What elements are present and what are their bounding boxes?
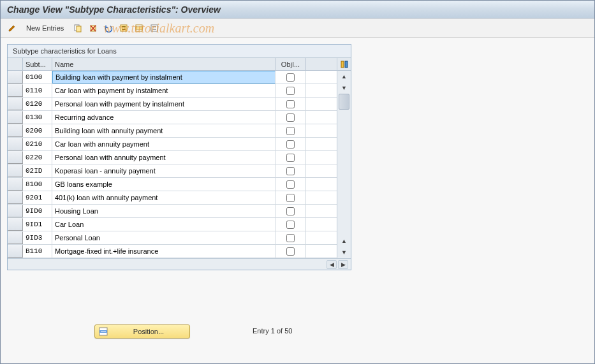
obj-checkbox[interactable] (286, 73, 295, 82)
table-row[interactable]: 8100GB loans example (8, 178, 337, 191)
cell-name[interactable]: Housing Loan (52, 205, 275, 217)
cell-name[interactable]: Personal loan with payment by instalment (52, 98, 275, 110)
cell-name[interactable]: Personal Loan (52, 231, 275, 244)
table-row[interactable]: 9ID3Personal Loan (8, 231, 337, 245)
cell-obj[interactable] (275, 98, 306, 110)
cell-subtype[interactable]: 0130 (23, 111, 52, 124)
delete-icon[interactable] (87, 22, 99, 34)
cell-subtype[interactable]: 0120 (23, 98, 52, 110)
row-handle[interactable] (8, 191, 23, 204)
cell-subtype[interactable]: 0110 (23, 84, 52, 97)
col-name[interactable]: Name (52, 58, 275, 70)
table-row[interactable]: 02IDKoperasi loan - annuity payment (8, 164, 337, 178)
vertical-scrollbar[interactable]: ▲ ▼ ▲ ▼ (337, 58, 351, 258)
row-handle[interactable] (8, 71, 23, 84)
obj-checkbox[interactable] (286, 207, 295, 215)
cell-subtype[interactable]: 02ID (23, 164, 52, 177)
cell-subtype[interactable]: 8100 (23, 178, 52, 191)
obj-checkbox[interactable] (286, 140, 295, 149)
cell-name[interactable]: Car loan with annuity payment (52, 138, 275, 150)
scroll-right-icon[interactable]: ▶ (338, 260, 348, 269)
cell-subtype[interactable]: 9201 (23, 191, 52, 204)
scroll-left-icon[interactable]: ◀ (327, 260, 337, 269)
cell-obj[interactable] (275, 84, 306, 97)
cell-name[interactable]: Personal loan with annuity payment (52, 151, 275, 164)
position-button[interactable]: Position... (94, 324, 190, 339)
obj-checkbox[interactable] (286, 127, 295, 135)
cell-name[interactable]: Car Loan (52, 218, 275, 231)
table-row[interactable]: 9ID0Housing Loan (8, 205, 337, 218)
row-handle[interactable] (8, 84, 23, 97)
cell-name[interactable]: Building loan with annuity payment (52, 124, 275, 137)
table-row[interactable]: 0200Building loan with annuity payment (8, 124, 337, 138)
scroll-up-icon[interactable]: ▲ (337, 71, 351, 82)
cell-name[interactable]: Building loan with payment by instalment (52, 71, 275, 84)
cell-obj[interactable] (275, 71, 306, 84)
table-row[interactable]: 0110Car loan with payment by instalment (8, 84, 337, 98)
row-handle[interactable] (8, 151, 23, 164)
cell-obj[interactable] (275, 124, 306, 137)
scroll-down-step-icon[interactable]: ▼ (337, 82, 351, 94)
scroll-down-icon[interactable]: ▼ (337, 247, 351, 258)
obj-checkbox[interactable] (286, 87, 295, 95)
cell-obj[interactable] (275, 178, 306, 191)
table-row[interactable]: 0120Personal loan with payment by instal… (8, 98, 337, 111)
cell-subtype[interactable]: 9ID0 (23, 205, 52, 217)
table-row[interactable]: 0130Recurring advance (8, 111, 337, 124)
obj-checkbox[interactable] (286, 154, 295, 162)
cell-obj[interactable] (275, 164, 306, 177)
obj-checkbox[interactable] (286, 113, 295, 122)
new-entries-button[interactable]: New Entries (21, 22, 69, 34)
copy-icon[interactable] (71, 22, 84, 34)
select-block-icon[interactable] (133, 22, 145, 34)
row-handle[interactable] (8, 111, 23, 124)
table-row[interactable]: B110Mortgage-fixed int.+life insurance (8, 245, 337, 258)
cell-subtype[interactable]: 0220 (23, 151, 52, 164)
cell-subtype[interactable]: 9ID1 (23, 218, 52, 231)
row-handle[interactable] (8, 218, 23, 231)
table-row[interactable]: 0100Building loan with payment by instal… (8, 71, 337, 84)
cell-name[interactable]: 401(k) loan with annuity payment (52, 191, 275, 204)
cell-obj[interactable] (275, 245, 306, 258)
obj-checkbox[interactable] (286, 167, 295, 175)
row-handle[interactable] (8, 98, 23, 110)
cell-obj[interactable] (275, 151, 306, 164)
cell-obj[interactable] (275, 205, 306, 217)
obj-checkbox[interactable] (286, 100, 295, 108)
obj-checkbox[interactable] (286, 180, 295, 189)
row-handle[interactable] (8, 138, 23, 150)
horizontal-scrollbar[interactable]: ◀ ▶ (8, 258, 351, 270)
row-handle[interactable] (8, 231, 23, 244)
obj-checkbox[interactable] (286, 234, 295, 242)
table-settings-icon[interactable] (337, 58, 351, 71)
scroll-up-step-icon[interactable]: ▲ (337, 235, 351, 247)
col-subtype[interactable]: Subt... (23, 58, 52, 70)
row-handle[interactable] (8, 124, 23, 137)
cell-obj[interactable] (275, 111, 306, 124)
cell-obj[interactable] (275, 231, 306, 244)
table-row[interactable]: 9201401(k) loan with annuity payment (8, 191, 337, 205)
row-handle[interactable] (8, 178, 23, 191)
col-row-handle[interactable] (8, 58, 23, 70)
cell-subtype[interactable]: B110 (23, 245, 52, 258)
cell-name[interactable]: Koperasi loan - annuity payment (52, 164, 275, 177)
cell-subtype[interactable]: 0200 (23, 124, 52, 137)
obj-checkbox[interactable] (286, 247, 295, 256)
row-handle[interactable] (8, 205, 23, 217)
row-handle[interactable] (8, 245, 23, 258)
scroll-thumb[interactable] (339, 94, 349, 110)
obj-checkbox[interactable] (286, 221, 295, 229)
cell-obj[interactable] (275, 191, 306, 204)
cell-name[interactable]: Recurring advance (52, 111, 275, 124)
edit-icon[interactable] (6, 22, 18, 34)
undo-icon[interactable] (102, 22, 115, 34)
table-row[interactable]: 0210Car loan with annuity payment (8, 138, 337, 151)
cell-obj[interactable] (275, 218, 306, 231)
cell-subtype[interactable]: 9ID3 (23, 231, 52, 244)
cell-name[interactable]: GB loans example (52, 178, 275, 191)
cell-subtype[interactable]: 0210 (23, 138, 52, 150)
select-all-icon[interactable] (117, 22, 130, 34)
cell-obj[interactable] (275, 138, 306, 150)
table-row[interactable]: 0220Personal loan with annuity payment (8, 151, 337, 164)
table-row[interactable]: 9ID1Car Loan (8, 218, 337, 231)
